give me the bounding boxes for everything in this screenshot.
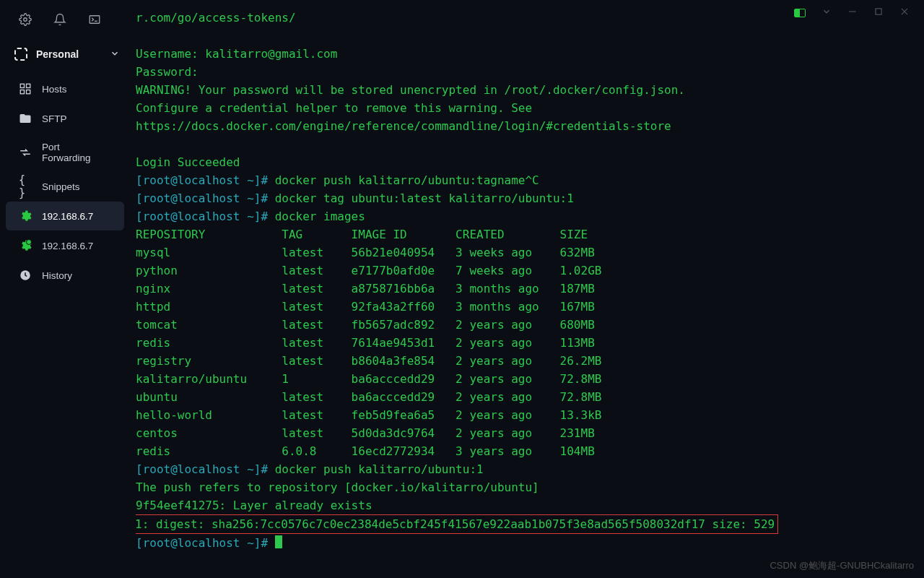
watermark: CSDN @鲍海超-GNUBHCkalitarro [770, 559, 914, 572]
svg-rect-1 [876, 9, 881, 14]
prompt: [root@localhost ~]# [136, 210, 275, 223]
sidebar-item-snippets[interactable]: { } Snippets [6, 172, 124, 201]
text: Configure a credential helper to remove … [136, 101, 532, 115]
table-row: hello-world latest feb5d9fea6a5 2 years … [136, 408, 601, 422]
sidebar-item-history[interactable]: History [6, 261, 124, 290]
login-succeeded: Login Succeeded [136, 155, 240, 169]
table-row: python latest e7177b0afd0e 7 weeks ago 1… [136, 264, 601, 277]
gear-icon [19, 210, 32, 223]
cursor [275, 535, 282, 548]
sidebar-item-label: 192.168.6.7 [42, 241, 93, 251]
bell-icon[interactable] [53, 13, 66, 29]
text: Username: [136, 47, 205, 61]
table-row: tomcat latest fb5657adc892 2 years ago 6… [136, 318, 595, 332]
prompt: [root@localhost ~]# [136, 191, 275, 205]
warning-text: WARNING! Your password will be stored un… [136, 83, 685, 97]
table-row: mysql latest 56b21e040954 3 weeks ago 63… [136, 246, 595, 259]
workspace-selector[interactable]: Personal [0, 40, 130, 74]
push-refers: The push refers to repository [docker.io… [136, 480, 539, 494]
sidebar-top-icons [0, 6, 130, 40]
username-value: kalitarro@gmail.com [205, 47, 337, 61]
command: docker push kalitarro/ubuntu:tagname^C [275, 173, 539, 187]
close-icon[interactable] [899, 7, 910, 20]
svg-point-4 [24, 18, 27, 22]
prompt: [root@localhost ~]# [136, 173, 275, 187]
chevron-down-icon [110, 48, 120, 61]
braces-icon: { } [19, 180, 32, 193]
sidebar-item-hosts[interactable]: Hosts [6, 74, 124, 103]
sidebar-item-session[interactable]: 192.168.6.7 [6, 231, 124, 260]
sidebar-item-sftp[interactable]: SFTP [6, 104, 124, 133]
table-row: redis latest 7614ae9453d1 2 years ago 11… [136, 336, 595, 350]
sidebar-item-label: SFTP [42, 113, 67, 124]
prompt: [root@localhost ~]# [136, 462, 275, 476]
table-row: httpd latest 92fa43a2ff60 3 months ago 1… [136, 300, 595, 314]
svg-rect-7 [20, 84, 24, 87]
svg-rect-5 [90, 16, 100, 24]
workspace-label: Personal [36, 48, 79, 60]
svg-rect-9 [20, 90, 24, 94]
table-row: nginx latest a8758716bb6a 3 months ago 1… [136, 282, 595, 296]
terminal-box-icon[interactable] [88, 13, 101, 29]
status-dot-icon [26, 239, 32, 245]
terminal-output[interactable]: r.com/go/access-tokens/ Username: kalita… [136, 9, 924, 578]
text: Password: [136, 65, 199, 79]
table-row: registry latest b8604a3fe854 2 years ago… [136, 354, 601, 368]
arrows-icon [19, 146, 32, 159]
window-controls [794, 0, 924, 26]
panel-split-icon[interactable] [794, 9, 806, 17]
layer-line: 9f54eef41275: Layer already exists [136, 499, 372, 512]
minimize-icon[interactable] [847, 7, 858, 20]
table-row: redis 6.0.8 16ecd2772934 3 years ago 104… [136, 444, 595, 458]
docs-link: https://docs.docker.com/engine/reference… [136, 119, 671, 133]
grid-icon [19, 82, 32, 95]
settings-icon[interactable] [19, 13, 32, 29]
sidebar-item-port-forwarding[interactable]: Port Forwarding [6, 134, 124, 171]
svg-rect-8 [27, 84, 30, 87]
dropdown-chevron-icon[interactable] [821, 7, 832, 20]
workspace-icon [14, 48, 27, 61]
sidebar-item-label: History [42, 270, 72, 281]
digest-line: 1: digest: sha256:7cc0576c7c0ec2384de5cb… [136, 517, 775, 531]
command: docker push kalitarro/ubuntu:1 [275, 462, 484, 476]
prompt: [root@localhost ~]# [136, 536, 275, 550]
folder-icon [19, 112, 32, 125]
gear-icon [19, 239, 32, 252]
table-header: REPOSITORY TAG IMAGE ID CREATED SIZE [136, 228, 588, 241]
sidebar: Personal Hosts SFTP Port Forwarding { } … [0, 0, 130, 578]
maximize-icon[interactable] [873, 7, 884, 20]
sidebar-item-label: Snippets [42, 181, 80, 192]
sidebar-item-label: Port Forwarding [42, 142, 111, 163]
sidebar-item-session-active[interactable]: 192.168.6.7 [6, 202, 124, 230]
table-row: ubuntu latest ba6acccedd29 2 years ago 7… [136, 390, 601, 404]
sidebar-item-label: 192.168.6.7 [42, 211, 93, 222]
command: docker images [275, 210, 365, 223]
table-row: kalitarro/ubuntu 1 ba6acccedd29 2 years … [136, 372, 601, 386]
svg-rect-10 [27, 90, 30, 94]
table-row: centos latest 5d0da3dc9764 2 years ago 2… [136, 426, 595, 440]
digest-highlight-box: 1: digest: sha256:7cc0576c7c0ec2384de5cb… [136, 514, 778, 534]
sidebar-item-label: Hosts [42, 84, 67, 95]
command: docker tag ubuntu:latest kalitarro/ubunt… [275, 191, 574, 205]
text: r.com/go/access-tokens/ [136, 11, 296, 25]
clock-icon [19, 269, 32, 282]
